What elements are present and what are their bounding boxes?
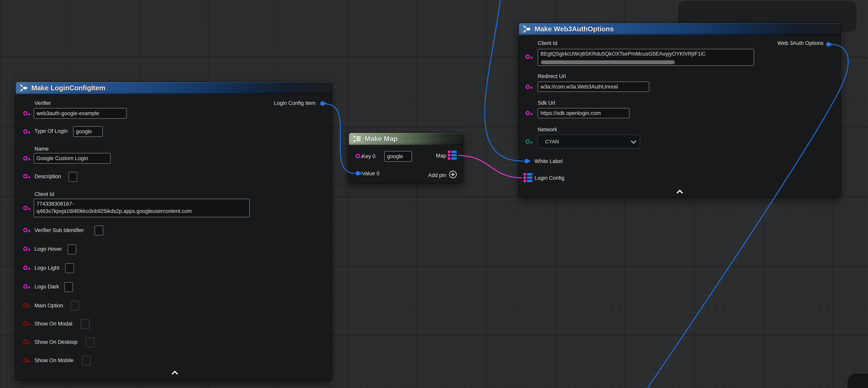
collapse-node-button[interactable] [676, 189, 684, 195]
input-pin-verifier[interactable] [23, 111, 28, 116]
input-pin-type-of-login[interactable] [23, 129, 28, 134]
pin-label-show-on-mobile: Show On Mobile [34, 357, 73, 363]
input-pin-name[interactable] [23, 156, 28, 160]
input-pin-show-on-modal[interactable] [23, 321, 28, 326]
add-pin-label: Add pin [428, 172, 446, 178]
logo-hover-field[interactable] [68, 244, 76, 254]
pin-label-description: Description [34, 174, 61, 180]
input-pin-key-0[interactable] [355, 154, 360, 158]
key-0-field[interactable]: google [384, 151, 412, 162]
input-pin-sdk-url[interactable] [525, 111, 530, 115]
pin-label-show-on-desktop: Show On Desktop [34, 339, 78, 345]
show-on-modal-checkbox[interactable] [81, 319, 90, 329]
name-field[interactable]: Google Custom Login [34, 153, 111, 163]
node-make-map[interactable]: Make Map Key 0 google Map Value 0 Add pi… [349, 133, 463, 183]
input-pin-show-on-desktop[interactable] [23, 340, 28, 344]
pin-label-web-3auth-options: Web 3Auth Options [777, 40, 824, 46]
output-pin-login-config-item[interactable] [320, 101, 324, 106]
show-on-mobile-checkbox[interactable] [82, 356, 91, 365]
pin-label-key-0: Key 0 [362, 153, 375, 159]
pin-label-value-0: Value 0 [362, 171, 380, 177]
node-title: Make Map [365, 135, 398, 143]
redirect-url-field[interactable]: w3a://com.w3a.Web3AuthUnreal [538, 82, 649, 92]
pin-label-sdk-url: Sdk Url [538, 100, 555, 106]
logo-dark-field[interactable] [64, 282, 73, 292]
network-dropdown[interactable]: CYAN [538, 135, 640, 148]
description-field[interactable] [69, 172, 77, 182]
show-on-desktop-checkbox[interactable] [86, 337, 94, 348]
input-pin-show-on-mobile[interactable] [23, 358, 28, 362]
pin-label-show-on-modal: Show On Modal [34, 321, 72, 327]
make-map-icon [352, 134, 362, 143]
pin-label-map: Map [436, 153, 446, 159]
pin-label-type-of-login: Type Of Login [34, 128, 68, 134]
node-header[interactable]: Make Web3AuthOptions [519, 23, 840, 35]
pin-label-main-option: Main Option [34, 303, 63, 309]
input-pin-white-label[interactable] [524, 159, 529, 163]
pin-label-login-config-item: Login Config Item [274, 100, 315, 106]
pin-label-white-label: White Label [534, 158, 563, 165]
client-id-field[interactable]: 774338308167- q463s7kpvja16l4l0kko3nb925… [34, 199, 250, 217]
wire-map-to-loginconfig[interactable] [459, 155, 522, 178]
pin-label-logo-light: Logo Light [34, 265, 59, 271]
make-struct-icon [19, 83, 28, 92]
pin-label-logo-hover: Logo Hover [34, 246, 62, 252]
input-pin-logo-dark[interactable] [23, 284, 28, 289]
output-pin-web-3auth-options[interactable] [826, 42, 831, 47]
client-id-line1: 774338308167- [36, 200, 247, 208]
pin-label-client-id: Client Id [538, 40, 557, 46]
type-of-login-field[interactable]: google [73, 126, 103, 137]
input-pin-value-0[interactable] [355, 171, 360, 176]
input-pin-logo-light[interactable] [23, 266, 28, 270]
sdk-url-field[interactable]: https://sdk.openlogin.com [538, 108, 629, 118]
verifier-sub-identifier-field[interactable] [95, 226, 103, 235]
input-pin-logo-hover[interactable] [23, 247, 28, 251]
verifier-field[interactable]: web3auth-google-example [34, 108, 127, 119]
chevron-down-icon [631, 138, 637, 144]
pin-label-client-id: Client Id [34, 191, 54, 197]
input-pin-client-id[interactable] [525, 55, 530, 59]
pin-label-verifier: Verifier [34, 100, 51, 106]
node-make-loginconfigitem[interactable]: Make LoginConfigItem Login Config Item V… [16, 82, 332, 381]
client-id-value: BEglQSgt4cUWcj6SKRdu5QkOXTsePmMcusG5EAoy… [540, 51, 706, 57]
logo-light-field[interactable] [65, 263, 74, 273]
pin-label-login-config: Login Config [534, 175, 564, 181]
collapse-node-button[interactable] [171, 370, 179, 376]
node-make-web3authoptions[interactable]: Make Web3AuthOptions Web 3Auth Options C… [519, 23, 840, 197]
output-pin-map[interactable] [448, 151, 457, 160]
input-pin-main-option[interactable] [23, 303, 28, 307]
client-id-field[interactable]: BEglQSgt4cUWcj6SKRdu5QkOXTsePmMcusG5EAoy… [538, 49, 754, 66]
wire-top-to-whitelabel[interactable] [485, 0, 523, 161]
node-header[interactable]: Make Map [349, 133, 463, 145]
pin-label-name: Name [34, 146, 49, 152]
add-pin-button[interactable] [449, 171, 457, 178]
pin-label-logo-dark: Logo Dark [34, 284, 59, 290]
main-option-checkbox[interactable] [70, 301, 79, 311]
input-pin-client-id[interactable] [23, 206, 28, 210]
network-value: CYAN [545, 139, 559, 145]
input-pin-redirect-url[interactable] [525, 85, 530, 89]
input-pin-login-config[interactable] [524, 173, 532, 182]
blueprint-canvas[interactable]: Make LoginConfigItem Login Config Item V… [0, 0, 868, 388]
input-pin-description[interactable] [23, 174, 28, 178]
offscreen-node-bottom-right [848, 374, 868, 388]
pin-label-network: Network [538, 126, 557, 133]
client-id-line2: q463s7kpvja16l4l0kko3nb925ikds2p.apps.go… [36, 208, 247, 215]
make-struct-icon [522, 25, 531, 33]
pin-label-redirect-url: Redirect Url [538, 73, 566, 80]
node-title: Make Web3AuthOptions [534, 25, 614, 33]
node-header[interactable]: Make LoginConfigItem [16, 82, 332, 94]
client-id-scrollbar[interactable] [541, 60, 675, 64]
pin-label-verifier-sub-identifier: Verifier Sub Identifier [34, 227, 84, 233]
input-pin-verifier-sub-identifier[interactable] [23, 228, 28, 232]
input-pin-network[interactable] [525, 139, 530, 144]
node-title: Make LoginConfigItem [31, 84, 105, 92]
